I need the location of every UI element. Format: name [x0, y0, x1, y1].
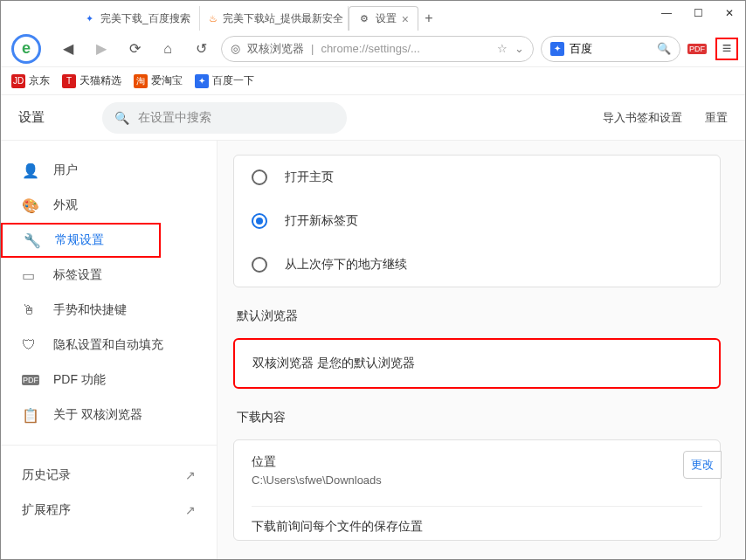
section-title-downloads: 下载内容 [237, 410, 721, 425]
default-browser-text: 双核浏览器 是您的默认浏览器 [252, 356, 415, 370]
url-separator: | [311, 42, 314, 55]
sidebar-label: 常规设置 [55, 232, 104, 248]
star-icon[interactable]: ☆ [497, 42, 508, 55]
sidebar-item-pdf[interactable]: PDFPDF 功能 [1, 363, 217, 398]
bookmark-item[interactable]: T天猫精选 [62, 73, 121, 88]
option-label: 从上次停下的地方继续 [285, 257, 407, 273]
download-location-value: C:\Users\sfwe\Downloads [252, 474, 702, 487]
sidebar-item-appearance[interactable]: 🎨外观 [1, 188, 217, 223]
new-tab-button[interactable]: + [418, 6, 439, 31]
import-bookmarks-link[interactable]: 导入书签和设置 [603, 110, 682, 126]
window-controls: ― ☐ ✕ [651, 1, 745, 25]
tab-icon: ▭ [22, 267, 39, 284]
toolbar: ◀ ▶ ⟳ ⌂ ↺ ◎ 双核浏览器 | chrome://settings/..… [1, 31, 745, 67]
bookmark-label: 爱淘宝 [151, 73, 183, 88]
browser-tab[interactable]: ⚙ 设置 × [349, 6, 418, 31]
reload-button[interactable]: ⟳ [121, 36, 148, 62]
bookmark-label: 京东 [29, 73, 50, 88]
settings-header: 设置 🔍 在设置中搜索 导入书签和设置 重置 [1, 95, 745, 141]
settings-content: 打开主页 打开新标签页 从上次停下的地方继续 默认浏览器 双核浏览器 是您的默认… [218, 141, 745, 560]
gear-icon: ⚙ [358, 13, 370, 25]
bookmark-label: 百度一下 [212, 73, 254, 88]
sidebar-link-history[interactable]: 历史记录↗ [1, 458, 217, 493]
bookmark-favicon: JD [11, 74, 25, 88]
bookmark-label: 天猫精选 [79, 73, 121, 88]
section-title-default-browser: 默认浏览器 [237, 308, 721, 324]
bookmarks-bar: JD京东 T天猫精选 淘爱淘宝 ✦百度一下 [1, 67, 745, 95]
sidebar-link-extensions[interactable]: 扩展程序↗ [1, 493, 217, 528]
search-placeholder: 在设置中搜索 [138, 110, 211, 126]
settings-sidebar: 👤用户 🎨外观 🔧常规设置 ▭标签设置 🖱手势和快捷键 🛡隐私设置和自动填充 P… [1, 141, 218, 560]
clipboard-icon: 📋 [22, 407, 39, 424]
paw-icon: ✦ [83, 12, 95, 24]
bookmark-item[interactable]: JD京东 [11, 73, 50, 88]
minimize-button[interactable]: ― [651, 1, 682, 25]
forward-button[interactable]: ▶ [88, 36, 114, 62]
tab-label: 设置 [376, 11, 397, 26]
open-external-icon: ↗ [185, 503, 196, 517]
radio-option-homepage[interactable]: 打开主页 [252, 156, 702, 199]
maximize-button[interactable]: ☐ [682, 1, 714, 25]
palette-icon: 🎨 [22, 197, 39, 214]
radio-icon [252, 169, 267, 185]
page-title: 设置 [18, 109, 88, 126]
default-browser-card: 双核浏览器 是您的默认浏览器 [233, 338, 721, 389]
sidebar-item-user[interactable]: 👤用户 [1, 153, 217, 188]
search-engine-box[interactable]: ✦ 百度 🔍 [541, 36, 680, 62]
search-icon: 🔍 [114, 111, 129, 125]
bookmark-item[interactable]: ✦百度一下 [195, 73, 254, 88]
sidebar-label: 关于 双核浏览器 [53, 407, 142, 423]
bookmark-favicon: ✦ [195, 74, 209, 88]
tab-label: 完美下载_百度搜索 [100, 11, 190, 26]
user-icon: 👤 [22, 162, 39, 179]
bookmark-item[interactable]: 淘爱淘宝 [134, 73, 183, 88]
startup-card: 打开主页 打开新标签页 从上次停下的地方继续 [233, 155, 721, 287]
browser-tab[interactable]: ♨ 完美下载站_提供最新安全 [200, 6, 349, 31]
search-engine-label: 百度 [570, 41, 592, 57]
main-menu-button[interactable]: ≡ [715, 38, 738, 60]
sidebar-item-tabs[interactable]: ▭标签设置 [1, 258, 217, 293]
url-text: chrome://settings/... [321, 42, 419, 55]
shield-icon: 🛡 [22, 337, 39, 353]
baidu-icon: ✦ [550, 42, 564, 56]
option-label: 打开主页 [285, 169, 334, 185]
bookmark-favicon: T [62, 74, 76, 88]
settings-search[interactable]: 🔍 在设置中搜索 [102, 102, 347, 134]
address-bar[interactable]: ◎ 双核浏览器 | chrome://settings/... ☆ ⌄ [221, 36, 534, 62]
back-button[interactable]: ◀ [55, 36, 81, 62]
change-location-button[interactable]: 更改 [683, 451, 722, 479]
sidebar-label: 用户 [53, 162, 78, 178]
bookmark-favicon: 淘 [134, 74, 148, 88]
sidebar-item-about[interactable]: 📋关于 双核浏览器 [1, 398, 217, 432]
sidebar-item-gestures[interactable]: 🖱手势和快捷键 [1, 293, 217, 328]
radio-option-newtab[interactable]: 打开新标签页 [252, 199, 702, 243]
tab-label: 完美下载站_提供最新安全 [223, 11, 344, 26]
flame-icon: ♨ [209, 12, 218, 24]
reset-link[interactable]: 重置 [705, 110, 728, 126]
close-tab-icon[interactable]: × [402, 12, 409, 26]
sidebar-label: 标签设置 [53, 267, 102, 283]
open-external-icon: ↗ [185, 468, 196, 482]
browser-tab[interactable]: ✦ 完美下载_百度搜索 [74, 6, 200, 31]
sidebar-item-general[interactable]: 🔧常规设置 [1, 223, 161, 258]
pdf-icon: PDF [22, 375, 39, 385]
pdf-icon[interactable]: PDF [687, 44, 707, 54]
sidebar-item-privacy[interactable]: 🛡隐私设置和自动填充 [1, 328, 217, 363]
download-location-label: 位置 [252, 454, 702, 470]
search-icon[interactable]: 🔍 [657, 42, 671, 55]
sidebar-label: 历史记录 [22, 467, 71, 483]
undo-nav-button[interactable]: ↺ [188, 36, 214, 62]
sidebar-label: 隐私设置和自动填充 [53, 337, 163, 353]
sidebar-label: 手势和快捷键 [53, 302, 127, 318]
radio-option-continue[interactable]: 从上次停下的地方继续 [252, 243, 702, 287]
home-button[interactable]: ⌂ [155, 36, 181, 62]
radio-icon [252, 213, 267, 229]
wrench-icon: 🔧 [24, 232, 41, 249]
tab-strip: ✦ 完美下载_百度搜索 ♨ 完美下载站_提供最新安全 ⚙ 设置 × + [74, 1, 745, 31]
close-button[interactable]: ✕ [714, 1, 745, 25]
radio-icon [252, 257, 267, 273]
window-titlebar: ✦ 完美下载_百度搜索 ♨ 完美下载站_提供最新安全 ⚙ 设置 × + ― ☐ … [1, 1, 745, 31]
chevron-down-icon[interactable]: ⌄ [515, 42, 524, 55]
sidebar-label: PDF 功能 [53, 372, 106, 388]
browser-logo-icon [11, 34, 41, 64]
